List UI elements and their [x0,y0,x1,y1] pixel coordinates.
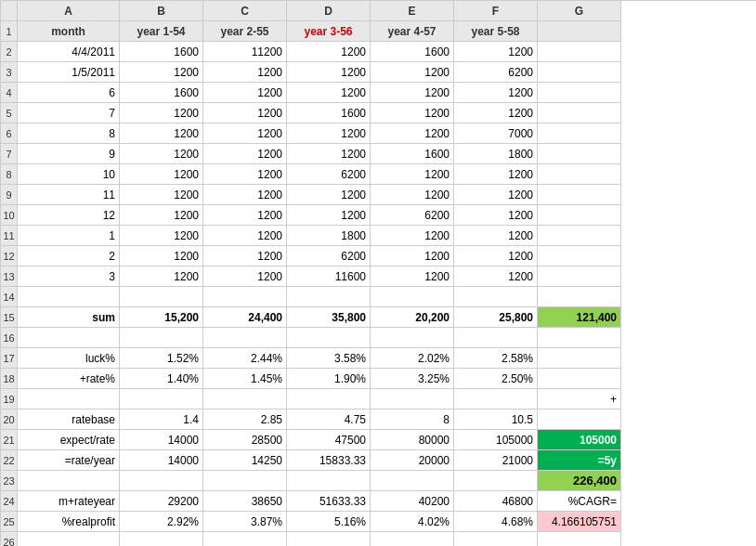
cell-22-A[interactable]: =rate/year [18,450,120,471]
cell-17-C[interactable]: 2.44% [203,348,287,369]
cell-15-A[interactable]: sum [18,307,120,328]
cell-19-D[interactable] [287,389,371,410]
cell-20-C[interactable]: 2.85 [203,410,287,430]
cell-19-C[interactable] [203,389,287,410]
cell-13-D[interactable]: 11600 [287,266,371,287]
cell-12-B[interactable]: 1200 [120,246,203,266]
cell-16-A[interactable] [18,328,120,348]
cell-19-G[interactable]: + [538,389,621,410]
cell-5-num[interactable]: 5 [1,103,18,124]
cell-5-A[interactable]: 7 [18,103,120,124]
cell-3-C[interactable]: 1200 [203,62,287,83]
cell-20-D[interactable]: 4.75 [287,410,371,430]
cell-1-C[interactable]: year 2-55 [203,21,287,42]
cell-16-B[interactable] [120,328,203,348]
cell-21-F[interactable]: 105000 [454,430,538,450]
cell-4-D[interactable]: 1200 [287,83,371,103]
cell-9-C[interactable]: 1200 [203,185,287,205]
cell-7-F[interactable]: 1800 [454,144,538,164]
cell-18-A[interactable]: +rate% [18,369,120,389]
cell-26-E[interactable] [371,532,454,546]
cell-19-num[interactable]: 19 [1,389,18,410]
cell-26-F[interactable] [454,532,538,546]
cell-19-B[interactable] [120,389,203,410]
cell-24-A[interactable]: m+rateyear [18,491,120,512]
cell-25-A[interactable]: %realprofit [18,512,120,532]
cell-24-num[interactable]: 24 [1,491,18,512]
cell-18-C[interactable]: 1.45% [203,369,287,389]
cell-1-D[interactable]: year 3-56 [287,21,371,42]
cell-2-E[interactable]: 1600 [371,42,454,62]
cell-5-D[interactable]: 1600 [287,103,371,124]
cell-8-B[interactable]: 1200 [120,164,203,185]
cell-26-num[interactable]: 26 [1,532,18,546]
cell-4-G[interactable] [538,83,621,103]
cell-23-D[interactable] [287,471,371,491]
cell-16-G[interactable] [538,328,621,348]
cell-8-G[interactable] [538,164,621,185]
cell-9-D[interactable]: 1200 [287,185,371,205]
cell-18-D[interactable]: 1.90% [287,369,371,389]
cell-20-B[interactable]: 1.4 [120,410,203,430]
cell-17-F[interactable]: 2.58% [454,348,538,369]
cell-3-B[interactable]: 1200 [120,62,203,83]
cell-16-C[interactable] [203,328,287,348]
cell-8-num[interactable]: 8 [1,164,18,185]
cell-8-F[interactable]: 1200 [454,164,538,185]
cell-2-A[interactable]: 4/4/2011 [18,42,120,62]
cell-18-B[interactable]: 1.40% [120,369,203,389]
cell-18-G[interactable] [538,369,621,389]
cell-12-num[interactable]: 12 [1,246,18,266]
cell-9-G[interactable] [538,185,621,205]
cell-5-E[interactable]: 1200 [371,103,454,124]
cell-9-F[interactable]: 1200 [454,185,538,205]
cell-11-B[interactable]: 1200 [120,226,203,246]
cell-17-E[interactable]: 2.02% [371,348,454,369]
cell-23-A[interactable] [18,471,120,491]
cell-14-num[interactable]: 14 [1,287,18,307]
cell-10-F[interactable]: 1200 [454,205,538,226]
cell-25-F[interactable]: 4.68% [454,512,538,532]
cell-11-F[interactable]: 1200 [454,226,538,246]
cell-14-B[interactable] [120,287,203,307]
cell-2-G[interactable] [538,42,621,62]
cell-15-D[interactable]: 35,800 [287,307,371,328]
cell-18-F[interactable]: 2.50% [454,369,538,389]
cell-5-B[interactable]: 1200 [120,103,203,124]
cell-6-F[interactable]: 7000 [454,124,538,144]
cell-20-A[interactable]: ratebase [18,410,120,430]
cell-17-A[interactable]: luck% [18,348,120,369]
cell-24-D[interactable]: 51633.33 [287,491,371,512]
cell-6-D[interactable]: 1200 [287,124,371,144]
cell-4-E[interactable]: 1200 [371,83,454,103]
cell-3-G[interactable] [538,62,621,83]
cell-15-F[interactable]: 25,800 [454,307,538,328]
cell-14-G[interactable] [538,287,621,307]
cell-11-G[interactable] [538,226,621,246]
cell-8-E[interactable]: 1200 [371,164,454,185]
cell-7-G[interactable] [538,144,621,164]
cell-4-C[interactable]: 1200 [203,83,287,103]
cell-10-A[interactable]: 12 [18,205,120,226]
cell-4-B[interactable]: 1600 [120,83,203,103]
cell-4-num[interactable]: 4 [1,83,18,103]
cell-9-A[interactable]: 11 [18,185,120,205]
cell-12-E[interactable]: 1200 [371,246,454,266]
cell-25-C[interactable]: 3.87% [203,512,287,532]
cell-13-B[interactable]: 1200 [120,266,203,287]
cell-14-D[interactable] [287,287,371,307]
cell-26-B[interactable] [120,532,203,546]
cell-25-D[interactable]: 5.16% [287,512,371,532]
cell-7-E[interactable]: 1600 [371,144,454,164]
cell-10-num[interactable]: 10 [1,205,18,226]
cell-5-F[interactable]: 1200 [454,103,538,124]
cell-23-G[interactable]: 226,400 [538,471,621,491]
cell-25-E[interactable]: 4.02% [371,512,454,532]
cell-6-num[interactable]: 6 [1,124,18,144]
cell-17-B[interactable]: 1.52% [120,348,203,369]
cell-13-C[interactable]: 1200 [203,266,287,287]
cell-11-E[interactable]: 1200 [371,226,454,246]
cell-10-G[interactable] [538,205,621,226]
cell-22-C[interactable]: 14250 [203,450,287,471]
cell-24-G[interactable]: %CAGR= [538,491,621,512]
